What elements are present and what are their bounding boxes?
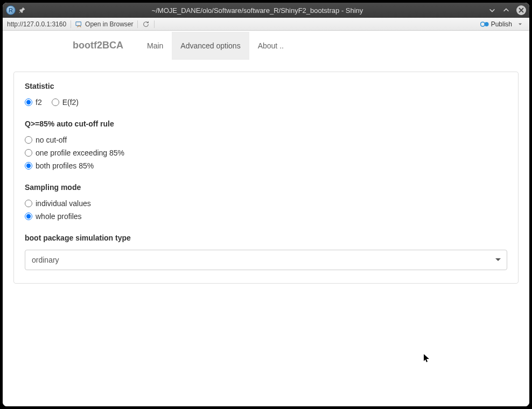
statistic-radio-group: f2 E(f2): [25, 98, 507, 107]
simtype-select[interactable]: ordinary: [25, 250, 507, 270]
publish-icon: [480, 21, 489, 27]
tab-about[interactable]: About ..: [249, 32, 292, 60]
browser-toolbar: http://127.0.0.1:3160 Open in Browser Pu…: [3, 18, 529, 31]
cutoff-radio-one[interactable]: [25, 149, 32, 157]
url-display: http://127.0.0.1:3160: [7, 20, 71, 28]
tab-advanced-options[interactable]: Advanced options: [172, 32, 249, 60]
statistic-radio-ef2[interactable]: [52, 98, 59, 106]
titlebar: R ~/MOJE_DANE/olo/Software/software_R/Sh…: [3, 3, 529, 18]
main-panel: Statistic f2 E(f2) Q>=85% auto cut-off r…: [3, 61, 529, 294]
open-browser-label: Open in Browser: [85, 20, 133, 28]
statistic-option-ef2[interactable]: E(f2): [52, 98, 79, 107]
simtype-select-wrapper: ordinary: [25, 250, 507, 270]
options-card: Statistic f2 E(f2) Q>=85% auto cut-off r…: [13, 72, 519, 284]
sampling-radio-group: individual values whole profiles: [25, 199, 507, 221]
cutoff-radio-group: no cut-off one profile exceeding 85% bot…: [25, 136, 507, 170]
cutoff-option-label: both profiles 85%: [36, 161, 94, 170]
sampling-radio-whole[interactable]: [25, 213, 32, 220]
chevron-down-icon[interactable]: [488, 6, 496, 14]
statistic-radio-f2[interactable]: [25, 98, 32, 106]
browser-icon: [75, 20, 83, 28]
svg-point-1: [480, 22, 485, 26]
statistic-option-label: f2: [36, 98, 42, 107]
titlebar-controls: [488, 5, 526, 15]
chevron-up-icon[interactable]: [502, 6, 510, 14]
statistic-option-label: E(f2): [62, 98, 79, 107]
tab-main[interactable]: Main: [138, 32, 172, 60]
open-browser-button[interactable]: Open in Browser: [71, 20, 138, 28]
pin-icon[interactable]: [19, 6, 26, 14]
sampling-option-whole[interactable]: whole profiles: [25, 212, 507, 221]
window-title: ~/MOJE_DANE/olo/Software/software_R/Shin…: [26, 6, 488, 15]
cutoff-label: Q>=85% auto cut-off rule: [25, 119, 507, 128]
r-logo-icon: R: [6, 5, 16, 15]
titlebar-left: R: [6, 5, 26, 15]
navbar-brand: bootf2BCA: [73, 40, 123, 51]
cutoff-radio-none[interactable]: [25, 136, 32, 144]
cutoff-option-none[interactable]: no cut-off: [25, 136, 507, 144]
statistic-option-f2[interactable]: f2: [25, 98, 42, 107]
statistic-label: Statistic: [25, 82, 507, 90]
refresh-icon: [142, 20, 150, 28]
publish-label: Publish: [491, 20, 512, 28]
sampling-option-label: whole profiles: [36, 212, 82, 221]
cutoff-option-one[interactable]: one profile exceeding 85%: [25, 149, 507, 157]
cutoff-option-both[interactable]: both profiles 85%: [25, 161, 507, 170]
sampling-radio-individual[interactable]: [25, 200, 32, 207]
sampling-option-label: individual values: [36, 199, 91, 208]
app-window: R ~/MOJE_DANE/olo/Software/software_R/Sh…: [3, 3, 529, 406]
dropdown-caret-icon: [517, 22, 523, 27]
cutoff-option-label: one profile exceeding 85%: [36, 149, 124, 157]
cutoff-radio-both[interactable]: [25, 162, 32, 170]
cutoff-option-label: no cut-off: [36, 136, 67, 144]
sampling-label: Sampling mode: [25, 183, 507, 192]
simtype-selected: ordinary: [32, 256, 59, 264]
close-button[interactable]: [516, 5, 526, 15]
publish-button[interactable]: Publish: [478, 20, 525, 28]
svg-point-2: [484, 22, 488, 26]
sampling-option-individual[interactable]: individual values: [25, 199, 507, 208]
refresh-button[interactable]: [138, 20, 155, 28]
navbar: bootf2BCA Main Advanced options About ..: [3, 31, 529, 61]
svg-rect-0: [76, 22, 81, 25]
simtype-label: boot package simulation type: [25, 234, 507, 242]
app-content: bootf2BCA Main Advanced options About ..…: [3, 31, 529, 406]
